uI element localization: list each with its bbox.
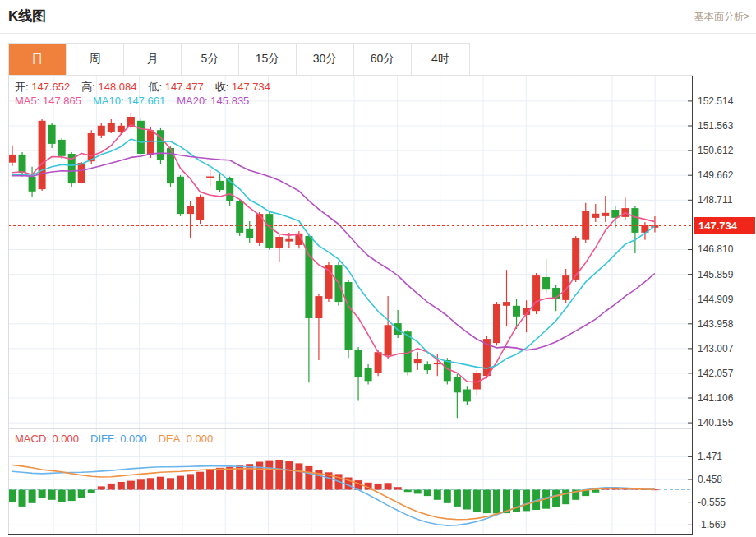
tab-30分[interactable]: 30分 — [297, 44, 354, 75]
y-axis-tick-label: 150.612 — [698, 145, 733, 156]
y-axis-tick-label: 143.007 — [698, 343, 733, 354]
tab-15分[interactable]: 15分 — [239, 44, 297, 75]
legend-item: DEA: 0.000 — [159, 433, 214, 445]
tab-4时[interactable]: 4时 — [412, 44, 469, 75]
interval-tab-bar: 日周月5分15分30分60分4时 — [8, 43, 470, 76]
header-divider — [0, 33, 756, 34]
legend-item: 开: 147.652 — [15, 81, 70, 93]
y-axis-tick-label: 149.662 — [698, 169, 733, 181]
legend-item: 高: 148.084 — [81, 81, 136, 93]
current-price-tag: 147.734 — [694, 217, 755, 234]
legend-item: MA10: 147.661 — [93, 95, 165, 107]
y-axis-tick-label: 1.471 — [698, 451, 722, 462]
legend-item: MA5: 147.865 — [15, 95, 81, 107]
y-axis-tick-label: 141.106 — [698, 392, 733, 404]
y-axis-tick-label: -0.555 — [698, 497, 726, 508]
tab-日[interactable]: 日 — [9, 44, 67, 75]
y-axis-tick-label: 152.514 — [698, 95, 733, 107]
y-axis-tick-label: 0.458 — [698, 474, 722, 485]
y-axis-tick-label: 145.859 — [698, 269, 733, 280]
tab-周[interactable]: 周 — [67, 44, 124, 75]
y-axis-tick-label: 140.155 — [698, 417, 733, 428]
main-chart-canvas[interactable] — [8, 76, 693, 428]
legend-item: MACD: 0.000 — [15, 433, 79, 445]
legend-item: 收: 147.734 — [215, 81, 270, 93]
legend-item: MA20: 145.835 — [177, 95, 249, 107]
y-axis-tick-label: 146.810 — [698, 243, 733, 255]
y-axis-tick-label: -1.569 — [698, 519, 726, 530]
fundamental-analysis-link[interactable]: 基本面分析> — [694, 10, 749, 24]
y-axis-tick-label: 151.563 — [698, 120, 733, 132]
macd-legend: MACD: 0.000DIFF: 0.000DEA: 0.000 — [15, 433, 224, 445]
tab-5分[interactable]: 5分 — [182, 44, 239, 75]
y-axis-tick-label: 148.711 — [698, 194, 733, 206]
legend-item: DIFF: 0.000 — [90, 433, 147, 445]
ma-legend: MA5: 147.865MA10: 147.661MA20: 145.835 — [15, 95, 260, 107]
kline-widget: K线图 基本面分析> 日周月5分15分30分60分4时 开: 147.652高:… — [0, 0, 756, 537]
legend-item: 低: 147.477 — [148, 81, 203, 93]
page-title: K线图 — [8, 7, 46, 25]
y-axis-tick-label: 142.057 — [698, 368, 733, 379]
y-axis-tick-label: 144.909 — [698, 294, 733, 305]
y-axis-tick-label: 143.958 — [698, 318, 733, 330]
ohlc-legend: 开: 147.652高: 148.084低: 147.477收: 147.734 — [15, 80, 282, 95]
tab-月[interactable]: 月 — [124, 44, 182, 75]
tab-60分[interactable]: 60分 — [354, 44, 412, 75]
